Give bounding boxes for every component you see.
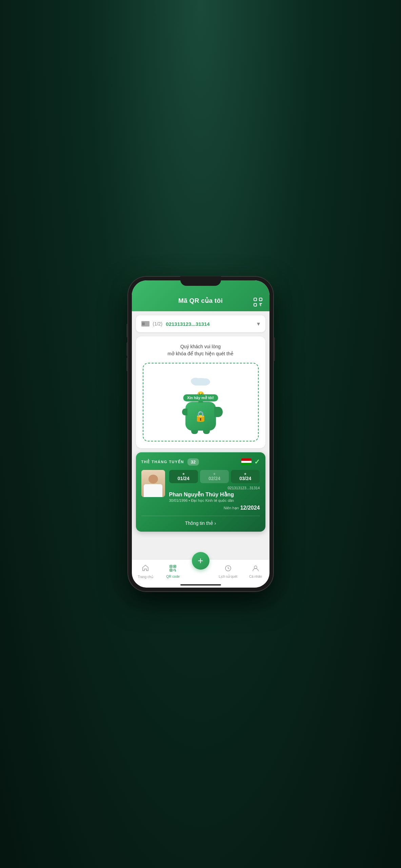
- phone-screen: Mã QR của tôi: [132, 280, 269, 588]
- main-content: (1/2) 021313123...31314 ▾ Quý khách vui …: [132, 311, 269, 559]
- flag-icon: [241, 458, 252, 465]
- svg-point-9: [191, 378, 200, 384]
- mascot-ear-right: [214, 407, 223, 417]
- nav-label-history: Lịch sử quét: [219, 575, 237, 578]
- svg-rect-15: [174, 566, 175, 567]
- mascot: 😢 Xin hãy mở tôi! 🔒: [185, 374, 216, 431]
- scan-icon[interactable]: [253, 297, 263, 307]
- speech-bubble: Xin hãy mở tôi!: [183, 394, 218, 401]
- svg-rect-14: [171, 566, 172, 567]
- avatar-body: [144, 484, 162, 497]
- mascot-ear-left: [182, 409, 187, 415]
- chevron-down-icon[interactable]: ▾: [257, 320, 260, 328]
- card-header-row: THẺ THÁNG TUYẾN 32 ✓: [141, 458, 260, 466]
- qr-area: Quý khách vui lòng mở khóa để thực hiện …: [136, 336, 265, 448]
- nav-item-qrcode[interactable]: QR code: [159, 563, 187, 580]
- avatar: [141, 470, 165, 497]
- nav-item-profile[interactable]: Cá nhân: [242, 563, 269, 580]
- card-dob-uni: 30/01/1996 • Đại học Kinh tế quốc dân: [169, 498, 260, 503]
- card-info: ★ 01/24 ★ 02/24 ★ 03/24: [169, 470, 260, 511]
- svg-rect-7: [142, 322, 145, 325]
- month-chip-1[interactable]: ★ 01/24: [169, 470, 198, 483]
- card-holder-name: Phan Nguyễn Thúy Hằng: [169, 491, 260, 498]
- svg-rect-2: [254, 303, 257, 306]
- nav-label-profile: Cá nhân: [249, 575, 262, 578]
- months-row: ★ 01/24 ★ 02/24 ★ 03/24: [169, 470, 260, 483]
- card-count: (1/2): [153, 321, 163, 327]
- fab-add-button[interactable]: +: [192, 552, 209, 570]
- mascot-foot-right: [203, 430, 210, 434]
- phone-frame: Mã QR của tôi: [128, 276, 274, 592]
- svg-rect-19: [174, 570, 174, 571]
- lock-icon: 🔒: [194, 410, 207, 422]
- expiry-date: 12/2024: [240, 505, 260, 511]
- home-indicator: [180, 584, 221, 586]
- month-chip-3[interactable]: ★ 03/24: [231, 470, 260, 483]
- qrcode-icon: [169, 565, 177, 573]
- month-chip-2[interactable]: ★ 02/24: [200, 470, 229, 483]
- card-number-selector: 021313123...31314: [166, 321, 209, 327]
- profile-icon: [252, 565, 259, 573]
- mascot-feet: [191, 430, 210, 434]
- membership-card: THẺ THÁNG TUYẾN 32 ✓: [136, 452, 265, 532]
- qr-dashed-zone: 😢 Xin hãy mở tôi! 🔒: [143, 363, 259, 441]
- mascot-body-container: Xin hãy mở tôi! 🔒: [185, 402, 216, 431]
- svg-rect-1: [259, 298, 262, 301]
- svg-rect-18: [175, 569, 176, 570]
- history-icon: [224, 565, 232, 573]
- mascot-body[interactable]: Xin hãy mở tôi! 🔒: [185, 402, 216, 431]
- home-icon: [142, 564, 149, 574]
- cloud-decoration: [189, 374, 213, 387]
- page-title: Mã QR của tôi: [178, 297, 223, 304]
- svg-rect-20: [175, 570, 176, 571]
- svg-point-10: [202, 378, 210, 384]
- verified-check-icon: ✓: [254, 458, 260, 466]
- card-number-small: 021313123...31314: [169, 486, 260, 490]
- thong-tin-the-link[interactable]: Thông tin thẻ ›: [185, 520, 216, 526]
- expiry-label: Niên hạn: [224, 506, 239, 510]
- svg-rect-16: [171, 570, 172, 571]
- avatar-head: [148, 475, 158, 484]
- qr-instruction: Quý khách vui lòng mở khóa để thực hiện …: [143, 343, 259, 357]
- nav-item-history[interactable]: Lịch sử quét: [214, 563, 242, 580]
- card-selector-left: (1/2) 021313123...31314: [141, 321, 210, 327]
- bottom-nav: + Trang chủ: [132, 559, 269, 588]
- card-chip-icon: [141, 321, 149, 327]
- card-body-row: ★ 01/24 ★ 02/24 ★ 03/24: [141, 470, 260, 511]
- svg-rect-17: [174, 569, 174, 570]
- svg-rect-0: [254, 298, 257, 301]
- card-title-group: THẺ THÁNG TUYẾN 32: [141, 458, 199, 466]
- nav-item-home[interactable]: Trang chủ: [132, 562, 159, 581]
- mascot-foot-left: [191, 430, 198, 434]
- card-badge: 32: [187, 458, 199, 466]
- card-expiry-row: Niên hạn 12/2024: [169, 505, 260, 511]
- card-title: THẺ THÁNG TUYẾN: [141, 460, 184, 464]
- nav-label-home: Trang chủ: [138, 575, 153, 579]
- card-selector[interactable]: (1/2) 021313123...31314 ▾: [136, 315, 265, 332]
- notch: [180, 276, 221, 286]
- nav-label-qrcode: QR code: [166, 575, 180, 578]
- card-right-icons: ✓: [241, 458, 260, 466]
- svg-point-22: [254, 566, 257, 569]
- card-footer-link[interactable]: Thông tin thẻ ›: [141, 516, 260, 526]
